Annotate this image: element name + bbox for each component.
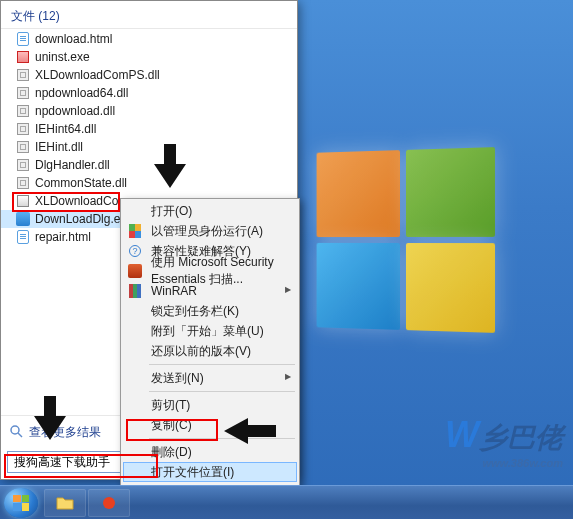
file-item-label: repair.html [35, 230, 91, 244]
help-icon: ? [127, 243, 143, 259]
cm-pin-taskbar[interactable]: 锁定到任务栏(K) [123, 301, 297, 321]
file-item[interactable]: IEHint64.dll [1, 120, 297, 138]
file-item-label: DlgHandler.dll [35, 158, 110, 172]
dll-icon [15, 103, 31, 119]
cm-winrar[interactable]: WinRAR [123, 281, 297, 301]
dll-icon [15, 175, 31, 191]
cm-mse-scan[interactable]: 使用 Microsoft Security Essentials 扫描... [123, 261, 297, 281]
file-item-label: uninst.exe [35, 50, 90, 64]
taskbar [0, 485, 573, 519]
cm-run-as-admin[interactable]: 以管理员身份运行(A) [123, 221, 297, 241]
separator [149, 391, 295, 392]
dll-icon [15, 139, 31, 155]
group-header-files: 文件 (12) [1, 5, 297, 29]
file-item[interactable]: IEHint.dll [1, 138, 297, 156]
dll-icon [15, 67, 31, 83]
cm-open[interactable]: 打开(O) [123, 201, 297, 221]
file-item-label: npdownload64.dll [35, 86, 128, 100]
cm-pin-start[interactable]: 附到「开始」菜单(U) [123, 321, 297, 341]
mse-icon [127, 263, 143, 279]
app-icon [100, 495, 118, 511]
windows-logo [317, 147, 495, 333]
watermark: W乡巴佬 www.386w.com [445, 414, 563, 469]
html-icon [15, 31, 31, 47]
folder-icon [56, 495, 74, 511]
winrar-icon [127, 283, 143, 299]
svg-line-1 [18, 433, 22, 437]
file-item-label: CommonState.dll [35, 176, 127, 190]
search-icon [9, 424, 23, 441]
annotation-arrow-left-icon [222, 416, 278, 446]
file-item[interactable]: CommonState.dll [1, 174, 297, 192]
svg-point-2 [103, 497, 115, 509]
cm-open-file-location[interactable]: 打开文件位置(I) [123, 462, 297, 482]
exe-icon [15, 193, 31, 209]
windows-flag-icon [13, 495, 29, 511]
cm-cut[interactable]: 剪切(T) [123, 395, 297, 415]
cm-send-to[interactable]: 发送到(N) [123, 368, 297, 388]
file-item[interactable]: download.html [1, 30, 297, 48]
file-item-label: download.html [35, 32, 112, 46]
file-item[interactable]: npdownload.dll [1, 102, 297, 120]
app-icon [15, 211, 31, 227]
file-item-label: IEHint64.dll [35, 122, 96, 136]
dll-icon [15, 121, 31, 137]
context-menu: 打开(O) 以管理员身份运行(A) ? 兼容性疑难解答(Y) 使用 Micros… [120, 198, 300, 512]
html-icon [15, 229, 31, 245]
exe-red-icon [15, 49, 31, 65]
file-item-label: XLDownloadComPS.dll [35, 68, 160, 82]
file-item-label: DownLoadDlg.exe [35, 212, 133, 226]
file-item-label: npdownload.dll [35, 104, 115, 118]
file-item[interactable]: npdownload64.dll [1, 84, 297, 102]
separator [149, 364, 295, 365]
taskbar-pinned-app[interactable] [88, 489, 130, 517]
file-item[interactable]: uninst.exe [1, 48, 297, 66]
dll-icon [15, 157, 31, 173]
file-item[interactable]: DlgHandler.dll [1, 156, 297, 174]
file-item[interactable]: XLDownloadComPS.dll [1, 66, 297, 84]
start-button[interactable] [4, 488, 38, 518]
dll-icon [15, 85, 31, 101]
shield-icon [127, 223, 143, 239]
taskbar-pinned-app[interactable] [44, 489, 86, 517]
file-item-label: IEHint.dll [35, 140, 83, 154]
see-more-label: 查看更多结果 [29, 424, 101, 441]
svg-point-0 [11, 426, 19, 434]
cm-restore-prev[interactable]: 还原以前的版本(V) [123, 341, 297, 361]
